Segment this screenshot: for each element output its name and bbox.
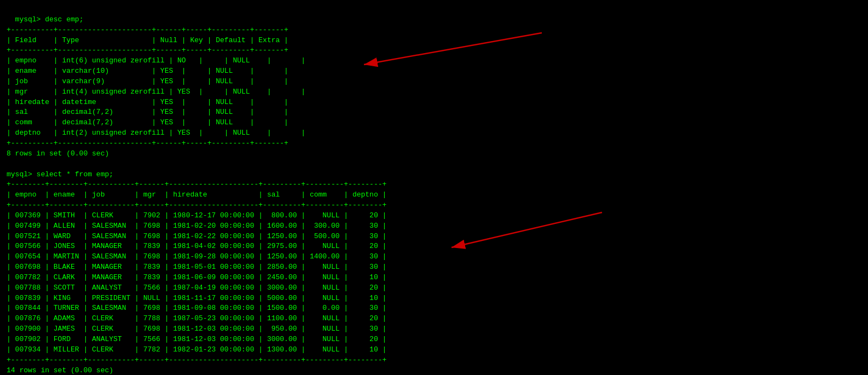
terminal-text: mysql> desc emp; +----------+-----------… — [7, 15, 386, 375]
terminal-output: mysql> desc emp; +----------+-----------… — [7, 4, 861, 375]
